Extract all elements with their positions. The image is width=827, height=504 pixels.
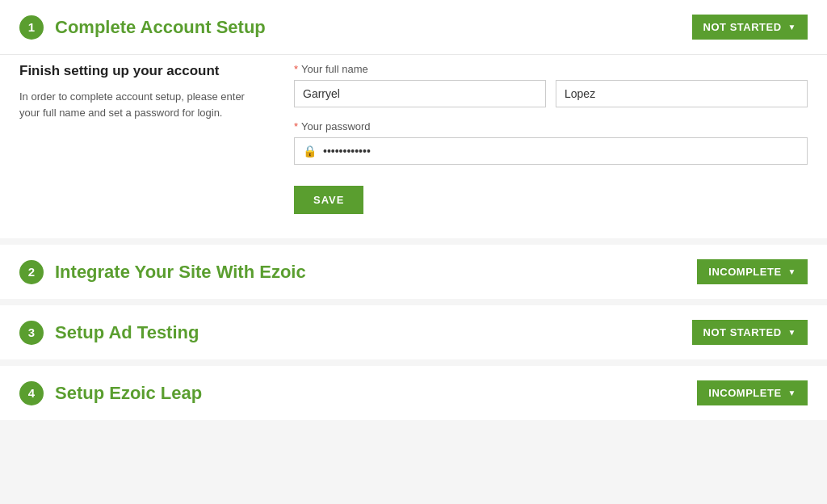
step-badge-2: 2	[19, 260, 44, 284]
section-4-title: Setup Ezoic Leap	[55, 383, 202, 404]
section-2-status-button[interactable]: INCOMPLETE ▼	[697, 259, 808, 284]
password-input[interactable]	[323, 138, 799, 164]
section-1-status-label: NOT STARTED	[703, 21, 782, 33]
section-2-header: 2 Integrate Your Site With Ezoic INCOMPL…	[0, 245, 827, 299]
required-star-name: *	[294, 63, 298, 75]
section-4-header: 4 Setup Ezoic Leap INCOMPLETE ▼	[0, 366, 827, 420]
section-4-status-button[interactable]: INCOMPLETE ▼	[697, 380, 808, 405]
password-field-group: *Your password 🔒	[294, 120, 808, 165]
section-2-header-left: 2 Integrate Your Site With Ezoic	[19, 260, 306, 284]
section-1-status-button[interactable]: NOT STARTED ▼	[692, 15, 808, 40]
section-2-caret-icon: ▼	[788, 267, 796, 276]
form-description: Finish setting up your account In order …	[19, 63, 262, 214]
required-star-password: *	[294, 120, 298, 132]
form-heading: Finish setting up your account	[19, 63, 262, 79]
form-description-text: In order to complete account setup, plea…	[19, 89, 262, 120]
password-wrapper: 🔒	[294, 137, 808, 165]
section-3-header-left: 3 Setup Ad Testing	[19, 321, 199, 345]
section-1-header-left: 1 Complete Account Setup	[19, 15, 266, 40]
section-2-title: Integrate Your Site With Ezoic	[55, 262, 306, 283]
section-4-status-label: INCOMPLETE	[708, 387, 781, 399]
section-1-body: Finish setting up your account In order …	[0, 54, 827, 238]
section-3-caret-icon: ▼	[788, 328, 796, 337]
page-wrapper: 1 Complete Account Setup NOT STARTED ▼ F…	[0, 0, 827, 504]
first-name-input[interactable]	[294, 80, 546, 107]
section-setup-ad-testing: 3 Setup Ad Testing NOT STARTED ▼	[0, 305, 827, 359]
section-3-status-button[interactable]: NOT STARTED ▼	[692, 320, 808, 345]
full-name-field-group: *Your full name	[294, 63, 808, 107]
full-name-label: *Your full name	[294, 63, 808, 75]
last-name-input[interactable]	[556, 80, 808, 107]
section-2-status-label: INCOMPLETE	[708, 266, 781, 278]
password-label: *Your password	[294, 120, 808, 132]
section-3-status-label: NOT STARTED	[703, 326, 782, 338]
section-4-caret-icon: ▼	[788, 388, 796, 397]
section-1-caret-icon: ▼	[788, 23, 796, 32]
step-badge-4: 4	[19, 381, 44, 405]
section-setup-ezoic-leap: 4 Setup Ezoic Leap INCOMPLETE ▼	[0, 366, 827, 420]
section-3-title: Setup Ad Testing	[55, 322, 199, 343]
name-row	[294, 80, 808, 107]
section-4-header-left: 4 Setup Ezoic Leap	[19, 381, 202, 405]
section-complete-account-setup: 1 Complete Account Setup NOT STARTED ▼ F…	[0, 0, 827, 238]
step-badge-1: 1	[19, 15, 44, 40]
section-1-title: Complete Account Setup	[55, 17, 266, 38]
form-fields: *Your full name *Your password 🔒	[294, 63, 808, 214]
lock-icon: 🔒	[303, 145, 317, 158]
step-badge-3: 3	[19, 321, 44, 345]
save-button[interactable]: SAVE	[294, 186, 363, 214]
section-3-header: 3 Setup Ad Testing NOT STARTED ▼	[0, 305, 827, 359]
section-integrate-site: 2 Integrate Your Site With Ezoic INCOMPL…	[0, 245, 827, 299]
section-1-header: 1 Complete Account Setup NOT STARTED ▼	[0, 0, 827, 54]
form-layout: Finish setting up your account In order …	[19, 63, 808, 214]
